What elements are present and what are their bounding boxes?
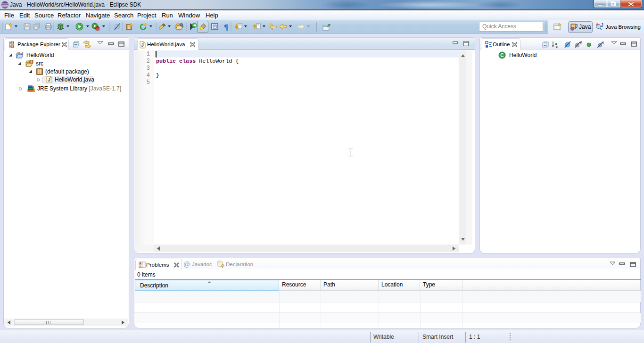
svg-text:J: J (575, 24, 578, 29)
svg-text:C: C (500, 52, 504, 58)
svg-text:J: J (48, 77, 50, 82)
svg-text:L: L (603, 41, 605, 45)
svg-text:J: J (601, 23, 603, 28)
svg-text:z: z (556, 44, 558, 49)
svg-text:S: S (580, 41, 582, 45)
svg-text:¶: ¶ (224, 23, 228, 31)
svg-text:J: J (21, 51, 24, 56)
svg-text:J: J (141, 42, 144, 48)
